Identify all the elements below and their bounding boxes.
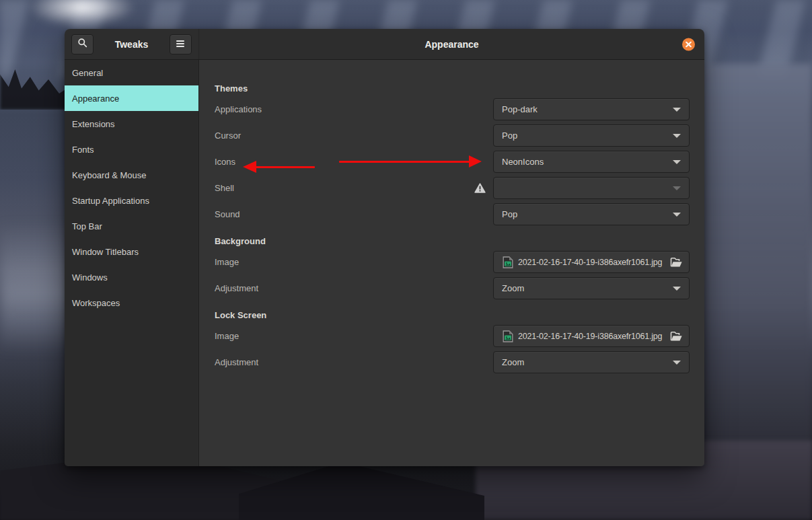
- search-icon: [77, 38, 88, 51]
- background-image-file-button[interactable]: 2021-02-16-17-40-19-i386axefr1061.jpg: [493, 251, 690, 273]
- sound-theme-select[interactable]: Pop: [493, 203, 690, 225]
- wallpaper-snow-slope: [698, 64, 812, 468]
- row-shell-theme: Shell: [215, 175, 690, 201]
- row-label: Icons: [215, 157, 235, 167]
- row-label: Shell: [215, 183, 234, 193]
- sidebar-item-general[interactable]: General: [65, 60, 198, 85]
- row-label: Image: [215, 257, 239, 267]
- app-title: Tweaks: [115, 39, 149, 50]
- sidebar-item-workspaces[interactable]: Workspaces: [65, 290, 198, 315]
- image-file-icon: [503, 330, 513, 342]
- row-label: Cursor: [215, 131, 241, 141]
- icons-theme-select[interactable]: NeonIcons: [493, 151, 690, 173]
- open-folder-icon: [670, 331, 683, 342]
- sidebar-item-top-bar[interactable]: Top Bar: [65, 213, 198, 239]
- headerbar-right: Appearance: [199, 29, 704, 59]
- sidebar-item-keyboard-mouse[interactable]: Keyboard & Mouse: [65, 162, 198, 188]
- wallpaper-cabin-roof-2: [239, 462, 484, 520]
- cursor-theme-select[interactable]: Pop: [493, 124, 690, 147]
- open-folder-icon: [670, 257, 683, 268]
- sidebar-item-appearance[interactable]: Appearance: [65, 85, 198, 111]
- row-label: Applications: [215, 104, 262, 114]
- row-cursor-theme: Cursor Pop: [215, 122, 690, 149]
- chevron-down-icon: [673, 287, 681, 291]
- sidebar-item-window-titlebars[interactable]: Window Titlebars: [65, 239, 198, 264]
- red-arrow-right-shaft: [339, 161, 470, 163]
- window-body: General Appearance Extensions Fonts Keyb…: [65, 60, 704, 466]
- headerbar-left: Tweaks: [65, 29, 199, 59]
- row-lockscreen-image: Image 2021-02-16-17-40-19-i386axefr1061.…: [215, 323, 690, 349]
- section-title-themes: Themes: [215, 80, 690, 96]
- row-background-image: Image 2021-02-16-17-40-19-i386axefr1061.…: [215, 249, 690, 275]
- menu-button[interactable]: [170, 34, 192, 54]
- background-image-filename: 2021-02-16-17-40-19-i386axefr1061.jpg: [518, 258, 665, 267]
- chevron-down-icon: [673, 108, 681, 112]
- row-label: Adjustment: [215, 283, 258, 293]
- sidebar-item-windows[interactable]: Windows: [65, 264, 198, 290]
- chevron-down-icon: [673, 213, 681, 217]
- sidebar-item-startup-applications[interactable]: Startup Applications: [65, 188, 198, 213]
- appearance-panel: Themes Applications Pop-dark Cursor Pop …: [199, 60, 704, 466]
- lockscreen-image-file-button[interactable]: 2021-02-16-17-40-19-i386axefr1061.jpg: [493, 325, 690, 347]
- lockscreen-adjustment-select[interactable]: Zoom: [493, 351, 690, 373]
- sidebar: General Appearance Extensions Fonts Keyb…: [65, 60, 199, 466]
- background-adjustment-select[interactable]: Zoom: [493, 277, 690, 299]
- shell-theme-select: [493, 177, 690, 199]
- row-lockscreen-adjustment: Adjustment Zoom: [215, 349, 690, 375]
- section-title-background: Background: [215, 233, 690, 249]
- applications-theme-select[interactable]: Pop-dark: [493, 98, 690, 120]
- sidebar-item-extensions[interactable]: Extensions: [65, 111, 198, 137]
- image-file-icon: [503, 256, 513, 268]
- red-arrow-right-head: [469, 155, 482, 168]
- chevron-down-icon: [673, 361, 681, 365]
- section-title-lock-screen: Lock Screen: [215, 307, 690, 323]
- chevron-down-icon: [673, 186, 681, 190]
- tweaks-window: Tweaks Appearance: [65, 29, 704, 466]
- row-label: Sound: [215, 209, 240, 219]
- hamburger-menu-icon: [176, 38, 185, 50]
- search-button[interactable]: [71, 34, 94, 54]
- row-label: Adjustment: [215, 357, 258, 367]
- row-label: Image: [215, 331, 239, 341]
- headerbar: Tweaks Appearance: [65, 29, 704, 60]
- wallpaper-snow-highlight: [28, 0, 136, 27]
- sidebar-item-fonts[interactable]: Fonts: [65, 137, 198, 162]
- row-sound-theme: Sound Pop: [215, 201, 690, 227]
- chevron-down-icon: [673, 134, 681, 138]
- row-applications-theme: Applications Pop-dark: [215, 96, 690, 122]
- red-arrow-left-shaft: [255, 166, 315, 168]
- warning-icon: [474, 183, 486, 193]
- page-title: Appearance: [425, 39, 478, 50]
- chevron-down-icon: [673, 160, 681, 164]
- close-icon: [686, 38, 692, 50]
- red-arrow-left-head: [243, 161, 256, 173]
- lockscreen-image-filename: 2021-02-16-17-40-19-i386axefr1061.jpg: [518, 332, 665, 341]
- row-background-adjustment: Adjustment Zoom: [215, 275, 690, 301]
- close-button[interactable]: [682, 38, 695, 50]
